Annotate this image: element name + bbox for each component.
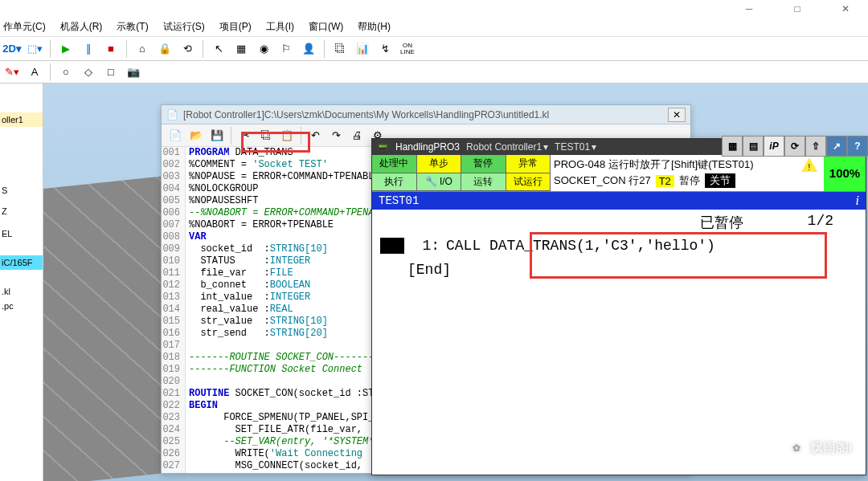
- menu-testrun[interactable]: 试运行(S): [163, 20, 205, 34]
- tp-message-area: PROG-048 运行时放开了[Shift]键(TEST01)! SOCKET_…: [551, 155, 824, 191]
- wechat-icon: ✿: [788, 439, 805, 457]
- tp-line-content: CALL DATA_TRANS(1,'C3','hello'): [446, 238, 715, 254]
- info-icon[interactable]: i: [856, 194, 859, 208]
- tp-top-button-4[interactable]: ⇧: [805, 136, 826, 157]
- tree-item[interactable]: EL: [0, 226, 43, 241]
- tree-item[interactable]: S: [0, 183, 43, 198]
- copy-icon[interactable]: ⿻: [257, 127, 275, 145]
- tp-top-button-2[interactable]: iP: [764, 136, 784, 157]
- menu-window[interactable]: 窗口(W): [309, 20, 343, 34]
- tool-2d-icon[interactable]: 2D▾: [3, 40, 21, 58]
- tool-play-icon[interactable]: ▶: [57, 40, 75, 58]
- menu-teach[interactable]: 示教(T): [117, 20, 148, 34]
- tp-icon: 📟: [377, 141, 389, 153]
- close-button[interactable]: ✕: [829, 1, 862, 17]
- tp-status-exec[interactable]: 执行: [372, 173, 417, 192]
- tree-item[interactable]: Z: [0, 204, 43, 218]
- cut-icon[interactable]: ✂: [236, 127, 254, 145]
- tool-target-icon[interactable]: ◉: [255, 40, 272, 58]
- tp-joint-badge: 关节: [705, 173, 735, 188]
- tp-top-button-5[interactable]: ↗: [826, 136, 847, 157]
- tool-square-icon[interactable]: □: [102, 63, 120, 81]
- menu-help[interactable]: 帮助(H): [358, 20, 391, 34]
- tp-status-error[interactable]: 异常: [506, 155, 551, 173]
- menu-robot[interactable]: 机器人(R): [60, 20, 103, 34]
- tree-item-selected[interactable]: iC/165F: [0, 255, 43, 270]
- tool-online-icon[interactable]: ONLINE: [399, 40, 416, 58]
- tool-pencil-icon[interactable]: ✎▾: [3, 63, 21, 81]
- tp-t2-badge: T2: [656, 175, 674, 187]
- tp-message-1: PROG-048 运行时放开了[Shift]键(TEST01): [554, 157, 754, 172]
- tp-app-name: HandlingPRO3: [395, 141, 460, 153]
- tool-cursor-icon[interactable]: ↖: [210, 40, 227, 58]
- tool-pause-icon[interactable]: ‖: [80, 40, 97, 58]
- left-tree-panel[interactable]: oller1 S Z EL iC/165F .kl .pc: [0, 84, 43, 481]
- tp-top-button-1[interactable]: ▤: [743, 136, 764, 157]
- tp-program-title: TEST01i: [372, 192, 866, 210]
- tp-status-run[interactable]: 运转: [461, 173, 506, 192]
- tp-status-processing[interactable]: 处理中: [372, 155, 417, 173]
- redo-icon[interactable]: ↷: [327, 127, 345, 145]
- tool-grid-icon[interactable]: ▦: [232, 40, 250, 58]
- tp-program-dropdown[interactable]: TEST01: [555, 141, 596, 153]
- tp-controller-dropdown[interactable]: Robot Controller1: [466, 141, 548, 153]
- tool-chart-icon[interactable]: 📊: [354, 40, 371, 58]
- tool-cube-icon[interactable]: ⬚▾: [26, 40, 43, 58]
- tp-pause-text: 暂停: [679, 173, 700, 188]
- open-file-icon[interactable]: 📂: [187, 127, 205, 145]
- maximize-button[interactable]: □: [781, 1, 813, 17]
- minimize-button[interactable]: ─: [733, 1, 765, 17]
- tool-diamond-icon[interactable]: ◇: [80, 63, 97, 81]
- new-file-icon[interactable]: 📄: [166, 127, 184, 145]
- menu-workunit[interactable]: 作单元(C): [3, 20, 46, 34]
- tool-camera-icon[interactable]: 📷: [125, 63, 142, 81]
- tool-text-icon[interactable]: A: [26, 63, 43, 81]
- tool-user-icon[interactable]: 👤: [300, 40, 317, 58]
- tp-line-number: 1:: [407, 238, 440, 254]
- tp-status-test[interactable]: 试运行: [506, 173, 551, 192]
- tree-item[interactable]: oller1: [0, 112, 43, 127]
- tp-speed-percent[interactable]: 100%: [824, 155, 866, 191]
- print-icon[interactable]: 🖨: [348, 127, 366, 145]
- tp-status-pause[interactable]: 暂停: [461, 155, 506, 173]
- secondary-toolbar: ✎▾ A ○ ◇ □ 📷: [0, 61, 868, 84]
- tp-top-button-3[interactable]: ⟳: [784, 136, 805, 157]
- tree-item[interactable]: .pc: [0, 299, 43, 313]
- tool-copy-icon[interactable]: ⿻: [331, 40, 349, 58]
- main-toolbar: 2D▾ ⬚▾ ▶ ‖ ■ ⌂ 🔒 ⟲ ↖ ▦ ◉ ⚐ 👤 ⿻ 📊 ↯ ONLIN…: [0, 37, 868, 61]
- tree-item[interactable]: .kl: [0, 284, 43, 299]
- tp-top-button-0[interactable]: ▦: [722, 136, 743, 157]
- tp-paused-label: 已暂停: [700, 213, 743, 232]
- tool-circle-icon[interactable]: ○: [57, 63, 75, 81]
- menu-project[interactable]: 项目(P): [219, 20, 252, 34]
- tool-home-icon[interactable]: ⌂: [133, 40, 151, 58]
- tp-page-indicator: 1/2: [808, 213, 833, 232]
- tp-end-marker: [End]: [407, 262, 451, 278]
- warning-icon: !: [801, 157, 817, 172]
- tp-status-step[interactable]: 单步: [417, 155, 462, 173]
- menu-tools[interactable]: 工具(I): [266, 20, 294, 34]
- tp-top-button-6[interactable]: ?: [847, 136, 868, 157]
- watermark: ✿ 飘雨阁i: [788, 439, 852, 457]
- undo-icon[interactable]: ↶: [306, 127, 324, 145]
- paste-icon[interactable]: 📋: [278, 127, 296, 145]
- window-titlebar: ─ □ ✕: [0, 0, 868, 18]
- tp-program-body[interactable]: 已暂停 1/2 1: CALL DATA_TRANS(1,'C3','hello…: [372, 210, 866, 283]
- tool-lock-icon[interactable]: 🔒: [156, 40, 174, 58]
- editor-titlebar[interactable]: 📄 [Robot Controller1]C:\Users\zmk\Docume…: [162, 105, 690, 124]
- tool-stop-icon[interactable]: ■: [102, 40, 120, 58]
- save-file-icon[interactable]: 💾: [208, 127, 226, 145]
- tp-status-io[interactable]: 🔧 I/O: [417, 173, 462, 192]
- tool-flag-icon[interactable]: ⚐: [277, 40, 295, 58]
- tool-refresh-icon[interactable]: ⟲: [178, 40, 196, 58]
- tp-top-buttons: ▦▤iP⟳⇧↗?: [722, 138, 868, 154]
- editor-icon: 📄: [166, 109, 178, 120]
- editor-title: [Robot Controller1]C:\Users\zmk\Document…: [183, 109, 663, 120]
- tp-message-2a: SOCKET_CON 行27: [554, 173, 651, 188]
- editor-close-button[interactable]: ✕: [668, 108, 686, 122]
- tp-status-bar: 处理中 单步 暂停 异常 执行 🔧 I/O 运转 试运行 PROG-048 运行…: [372, 155, 866, 192]
- teach-pendant-window: 📟 HandlingPRO3 Robot Controller1 TEST01 …: [371, 138, 866, 475]
- tp-cursor: [380, 238, 404, 254]
- main-menubar: 作单元(C) 机器人(R) 示教(T) 试运行(S) 项目(P) 工具(I) 窗…: [0, 18, 868, 37]
- tool-path-icon[interactable]: ↯: [376, 40, 394, 58]
